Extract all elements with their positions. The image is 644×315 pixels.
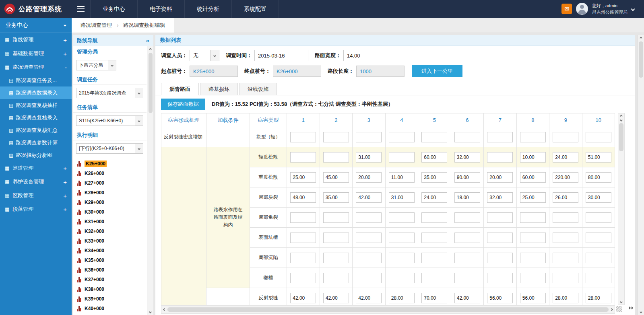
tree-item[interactable]: K30+000: [77, 207, 147, 217]
value-input[interactable]: [454, 152, 480, 163]
sidebar-item[interactable]: ▦区段管理+: [0, 189, 72, 202]
value-input[interactable]: [520, 172, 546, 183]
value-input[interactable]: [586, 212, 611, 223]
value-input[interactable]: [290, 152, 316, 163]
sidebar-item[interactable]: ▦段落管理+: [0, 202, 72, 216]
value-input[interactable]: [290, 273, 316, 283]
value-input[interactable]: [389, 132, 415, 142]
value-input[interactable]: [553, 192, 578, 203]
tab[interactable]: 沥青路面: [161, 83, 199, 95]
scrollbar-thumb[interactable]: [149, 53, 153, 113]
value-input[interactable]: [520, 233, 546, 243]
scroll-left-icon[interactable]: [163, 308, 166, 311]
value-input[interactable]: [586, 293, 611, 303]
value-input[interactable]: [454, 273, 480, 283]
value-input[interactable]: [586, 132, 611, 142]
value-input[interactable]: [290, 132, 316, 142]
value-input[interactable]: [421, 293, 447, 303]
scrollbar-thumb[interactable]: [639, 41, 643, 78]
value-input[interactable]: [356, 212, 382, 223]
value-input[interactable]: [586, 192, 611, 203]
sidebar-subitem[interactable]: ▤路况指标分析图: [0, 149, 72, 161]
value-input[interactable]: [356, 192, 382, 203]
value-input[interactable]: [323, 152, 349, 163]
collapse-panel-icon[interactable]: «: [146, 37, 149, 44]
value-input[interactable]: [356, 152, 382, 163]
value-input[interactable]: [586, 253, 611, 263]
value-input[interactable]: [389, 172, 415, 183]
value-input[interactable]: [389, 273, 415, 283]
value-input[interactable]: [389, 233, 415, 243]
value-input[interactable]: [421, 253, 447, 263]
filter-select[interactable]: 2015年第3次路况调查: [76, 88, 143, 98]
value-input[interactable]: [586, 172, 611, 183]
sidebar-subitem[interactable]: ▤路况调查任务及...: [0, 74, 72, 86]
topnav-item[interactable]: 系统配置: [231, 0, 279, 18]
sidebar-item[interactable]: ▦路况调查管理-: [0, 60, 72, 74]
filter-select[interactable]: [下行](K25+0-K66+0): [76, 143, 143, 154]
tree-item[interactable]: K39+000: [77, 294, 147, 304]
value-input[interactable]: [487, 253, 513, 263]
hamburger-menu-icon[interactable]: [72, 0, 90, 18]
double-right-chevron-icon[interactable]: [628, 307, 633, 309]
value-input[interactable]: [389, 253, 415, 263]
resize-grip[interactable]: [616, 306, 622, 312]
user-avatar[interactable]: [576, 3, 588, 15]
value-input[interactable]: [421, 192, 447, 203]
sidebar-subitem[interactable]: ▤路况调查参数计算: [0, 136, 72, 149]
next-kilometer-button[interactable]: 进入下一公里: [412, 65, 462, 77]
scroll-up-icon[interactable]: [149, 48, 152, 51]
value-input[interactable]: [421, 273, 447, 283]
tree-item[interactable]: K25+000: [77, 159, 147, 169]
chevron-down-icon[interactable]: [631, 7, 635, 11]
value-input[interactable]: [586, 152, 611, 163]
sidebar-subitem[interactable]: ▤路况调查复核抽样: [0, 99, 72, 111]
value-input[interactable]: [290, 172, 316, 183]
value-input[interactable]: [487, 152, 513, 163]
scroll-up-icon[interactable]: [639, 37, 642, 39]
value-input[interactable]: [553, 152, 578, 163]
value-input[interactable]: [290, 212, 316, 223]
value-input[interactable]: [421, 233, 447, 243]
value-input[interactable]: [520, 192, 546, 203]
value-input[interactable]: [356, 132, 382, 142]
value-input[interactable]: [389, 152, 415, 163]
breadcrumb-parent[interactable]: 路况调查管理: [80, 22, 112, 29]
surveyor-select[interactable]: 无: [190, 50, 219, 61]
sidebar-item[interactable]: ▦巡道管理+: [0, 161, 72, 175]
table-vertical-scrollbar[interactable]: [618, 113, 625, 305]
tree-item[interactable]: K40+000: [77, 304, 147, 313]
value-input[interactable]: [487, 212, 513, 223]
value-input[interactable]: [356, 253, 382, 263]
value-input[interactable]: [487, 132, 513, 142]
value-input[interactable]: [553, 233, 578, 243]
value-input[interactable]: [454, 293, 480, 303]
scroll-down-icon[interactable]: [149, 311, 152, 313]
value-input[interactable]: [553, 273, 578, 283]
value-input[interactable]: [553, 132, 578, 142]
value-input[interactable]: [487, 172, 513, 183]
sidebar-subitem[interactable]: ▤路况调查数据录入: [0, 86, 72, 99]
value-input[interactable]: [290, 233, 316, 243]
tree-item[interactable]: K26+000: [77, 169, 147, 178]
page-scrollbar[interactable]: [637, 35, 644, 315]
sidebar-item[interactable]: ▦路线管理+: [0, 33, 72, 47]
value-input[interactable]: [487, 192, 513, 203]
tree-item[interactable]: K33+000: [77, 236, 147, 246]
tree-item[interactable]: K32+000: [77, 226, 147, 236]
table-horizontal-scrollbar[interactable]: [161, 305, 615, 314]
scroll-down-icon[interactable]: [620, 301, 623, 303]
value-input[interactable]: [323, 233, 349, 243]
value-input[interactable]: [323, 273, 349, 283]
topnav-item[interactable]: 业务中心: [90, 0, 137, 18]
tree-item[interactable]: K36+000: [77, 265, 147, 275]
value-input[interactable]: [454, 253, 480, 263]
tree-item[interactable]: K27+000: [77, 178, 147, 188]
value-input[interactable]: [323, 293, 349, 303]
value-input[interactable]: [487, 273, 513, 283]
tree-item[interactable]: K41+000: [77, 313, 147, 315]
value-input[interactable]: [520, 253, 546, 263]
scrollbar-thumb[interactable]: [167, 307, 609, 312]
value-input[interactable]: [454, 212, 480, 223]
value-input[interactable]: [454, 233, 480, 243]
